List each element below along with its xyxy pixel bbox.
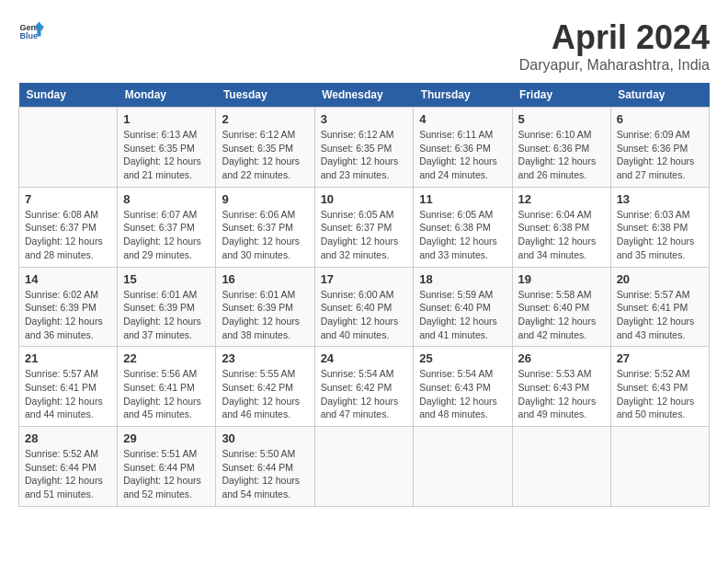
- day-info: Sunrise: 6:03 AMSunset: 6:38 PMDaylight:…: [617, 208, 703, 262]
- calendar-week-row: 7Sunrise: 6:08 AMSunset: 6:37 PMDaylight…: [19, 187, 710, 267]
- day-info: Sunrise: 6:09 AMSunset: 6:36 PMDaylight:…: [617, 128, 703, 182]
- day-info: Sunrise: 6:05 AMSunset: 6:38 PMDaylight:…: [419, 208, 506, 262]
- calendar-cell: 28Sunrise: 5:52 AMSunset: 6:44 PMDayligh…: [19, 427, 118, 507]
- calendar-cell: 30Sunrise: 5:50 AMSunset: 6:44 PMDayligh…: [216, 427, 314, 507]
- day-info: Sunrise: 5:55 AMSunset: 6:42 PMDaylight:…: [222, 367, 308, 421]
- location-title: Daryapur, Maharashtra, India: [519, 57, 710, 74]
- col-saturday: Saturday: [610, 83, 709, 108]
- col-wednesday: Wednesday: [314, 83, 414, 108]
- calendar-cell: [19, 108, 118, 188]
- day-number: 9: [222, 192, 308, 206]
- col-monday: Monday: [118, 83, 216, 108]
- day-info: Sunrise: 5:58 AMSunset: 6:40 PMDaylight:…: [518, 288, 605, 342]
- day-info: Sunrise: 5:53 AMSunset: 6:43 PMDaylight:…: [518, 367, 605, 421]
- calendar-week-row: 21Sunrise: 5:57 AMSunset: 6:41 PMDayligh…: [19, 347, 710, 427]
- day-info: Sunrise: 6:01 AMSunset: 6:39 PMDaylight:…: [123, 288, 210, 342]
- calendar-cell: 7Sunrise: 6:08 AMSunset: 6:37 PMDaylight…: [19, 187, 118, 267]
- calendar-cell: 5Sunrise: 6:10 AMSunset: 6:36 PMDaylight…: [512, 108, 610, 188]
- day-number: 11: [419, 192, 506, 206]
- day-info: Sunrise: 6:07 AMSunset: 6:37 PMDaylight:…: [123, 208, 210, 262]
- day-info: Sunrise: 6:12 AMSunset: 6:35 PMDaylight:…: [321, 128, 408, 182]
- day-info: Sunrise: 6:05 AMSunset: 6:37 PMDaylight:…: [321, 208, 408, 262]
- calendar-cell: 21Sunrise: 5:57 AMSunset: 6:41 PMDayligh…: [19, 347, 118, 427]
- day-info: Sunrise: 5:54 AMSunset: 6:42 PMDaylight:…: [321, 367, 408, 421]
- col-thursday: Thursday: [414, 83, 512, 108]
- col-friday: Friday: [512, 83, 610, 108]
- calendar-cell: 11Sunrise: 6:05 AMSunset: 6:38 PMDayligh…: [414, 187, 512, 267]
- day-number: 30: [222, 431, 308, 445]
- calendar-cell: [610, 427, 709, 507]
- day-info: Sunrise: 6:01 AMSunset: 6:39 PMDaylight:…: [222, 288, 308, 342]
- day-number: 2: [222, 112, 308, 126]
- day-number: 25: [419, 351, 506, 365]
- day-number: 23: [222, 351, 308, 365]
- calendar-cell: 25Sunrise: 5:54 AMSunset: 6:43 PMDayligh…: [414, 347, 512, 427]
- calendar-cell: 8Sunrise: 6:07 AMSunset: 6:37 PMDaylight…: [118, 187, 216, 267]
- calendar-cell: 3Sunrise: 6:12 AMSunset: 6:35 PMDaylight…: [314, 108, 414, 188]
- svg-text:Blue: Blue: [19, 31, 38, 40]
- calendar-cell: [414, 427, 512, 507]
- day-number: 22: [123, 351, 210, 365]
- day-info: Sunrise: 5:52 AMSunset: 6:43 PMDaylight:…: [617, 367, 703, 421]
- day-info: Sunrise: 5:54 AMSunset: 6:43 PMDaylight:…: [419, 367, 506, 421]
- day-info: Sunrise: 6:02 AMSunset: 6:39 PMDaylight:…: [25, 288, 111, 342]
- day-info: Sunrise: 5:57 AMSunset: 6:41 PMDaylight:…: [617, 288, 703, 342]
- calendar-header-row: Sunday Monday Tuesday Wednesday Thursday…: [19, 83, 710, 108]
- day-info: Sunrise: 5:52 AMSunset: 6:44 PMDaylight:…: [25, 447, 111, 501]
- day-number: 17: [321, 272, 408, 286]
- day-number: 18: [419, 272, 506, 286]
- day-number: 27: [617, 351, 703, 365]
- day-info: Sunrise: 5:51 AMSunset: 6:44 PMDaylight:…: [123, 447, 210, 501]
- calendar-cell: 16Sunrise: 6:01 AMSunset: 6:39 PMDayligh…: [216, 267, 314, 347]
- day-number: 7: [25, 192, 111, 206]
- calendar-cell: 19Sunrise: 5:58 AMSunset: 6:40 PMDayligh…: [512, 267, 610, 347]
- calendar-cell: 14Sunrise: 6:02 AMSunset: 6:39 PMDayligh…: [19, 267, 118, 347]
- month-title: April 2024: [519, 18, 710, 57]
- day-info: Sunrise: 6:06 AMSunset: 6:37 PMDaylight:…: [222, 208, 308, 262]
- day-number: 1: [123, 112, 210, 126]
- calendar-cell: 9Sunrise: 6:06 AMSunset: 6:37 PMDaylight…: [216, 187, 314, 267]
- calendar-cell: 6Sunrise: 6:09 AMSunset: 6:36 PMDaylight…: [610, 108, 709, 188]
- calendar-cell: 26Sunrise: 5:53 AMSunset: 6:43 PMDayligh…: [512, 347, 610, 427]
- day-info: Sunrise: 6:11 AMSunset: 6:36 PMDaylight:…: [419, 128, 506, 182]
- day-info: Sunrise: 5:50 AMSunset: 6:44 PMDaylight:…: [222, 447, 308, 501]
- day-number: 29: [123, 431, 210, 445]
- day-number: 5: [518, 112, 605, 126]
- day-info: Sunrise: 5:59 AMSunset: 6:40 PMDaylight:…: [419, 288, 506, 342]
- calendar-cell: 27Sunrise: 5:52 AMSunset: 6:43 PMDayligh…: [610, 347, 709, 427]
- day-number: 8: [123, 192, 210, 206]
- day-info: Sunrise: 6:04 AMSunset: 6:38 PMDaylight:…: [518, 208, 605, 262]
- day-number: 26: [518, 351, 605, 365]
- page-header: General Blue April 2024 Daryapur, Mahara…: [18, 18, 710, 74]
- day-info: Sunrise: 5:57 AMSunset: 6:41 PMDaylight:…: [25, 367, 111, 421]
- day-number: 6: [617, 112, 703, 126]
- calendar-week-row: 1Sunrise: 6:13 AMSunset: 6:35 PMDaylight…: [19, 108, 710, 188]
- calendar-week-row: 14Sunrise: 6:02 AMSunset: 6:39 PMDayligh…: [19, 267, 710, 347]
- day-number: 10: [321, 192, 408, 206]
- calendar-cell: 18Sunrise: 5:59 AMSunset: 6:40 PMDayligh…: [414, 267, 512, 347]
- calendar-cell: 15Sunrise: 6:01 AMSunset: 6:39 PMDayligh…: [118, 267, 216, 347]
- day-number: 19: [518, 272, 605, 286]
- day-number: 24: [321, 351, 408, 365]
- calendar-cell: [512, 427, 610, 507]
- day-number: 3: [321, 112, 408, 126]
- calendar-cell: 24Sunrise: 5:54 AMSunset: 6:42 PMDayligh…: [314, 347, 414, 427]
- day-number: 16: [222, 272, 308, 286]
- day-number: 15: [123, 272, 210, 286]
- day-info: Sunrise: 6:08 AMSunset: 6:37 PMDaylight:…: [25, 208, 111, 262]
- col-tuesday: Tuesday: [216, 83, 314, 108]
- calendar-cell: 13Sunrise: 6:03 AMSunset: 6:38 PMDayligh…: [610, 187, 709, 267]
- calendar-cell: 10Sunrise: 6:05 AMSunset: 6:37 PMDayligh…: [314, 187, 414, 267]
- calendar-cell: 29Sunrise: 5:51 AMSunset: 6:44 PMDayligh…: [118, 427, 216, 507]
- calendar-cell: 22Sunrise: 5:56 AMSunset: 6:41 PMDayligh…: [118, 347, 216, 427]
- day-number: 21: [25, 351, 111, 365]
- calendar-cell: 20Sunrise: 5:57 AMSunset: 6:41 PMDayligh…: [610, 267, 709, 347]
- day-number: 13: [617, 192, 703, 206]
- calendar-table: Sunday Monday Tuesday Wednesday Thursday…: [18, 83, 710, 507]
- title-area: April 2024 Daryapur, Maharashtra, India: [519, 18, 710, 74]
- calendar-week-row: 28Sunrise: 5:52 AMSunset: 6:44 PMDayligh…: [19, 427, 710, 507]
- calendar-cell: 1Sunrise: 6:13 AMSunset: 6:35 PMDaylight…: [118, 108, 216, 188]
- day-number: 20: [617, 272, 703, 286]
- col-sunday: Sunday: [19, 83, 118, 108]
- calendar-cell: 4Sunrise: 6:11 AMSunset: 6:36 PMDaylight…: [414, 108, 512, 188]
